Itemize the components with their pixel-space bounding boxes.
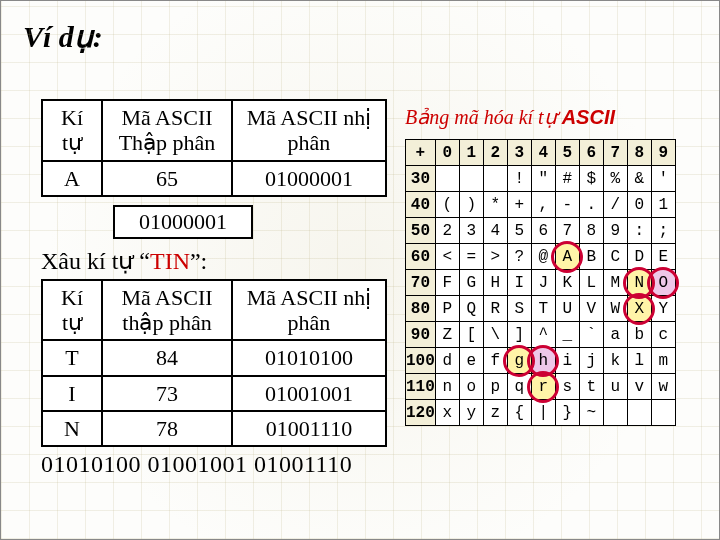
tin-word: TIN — [150, 248, 190, 274]
ascii-chart-title: Bảng mã hóa kí tự ASCII — [405, 105, 705, 129]
right-column: Bảng mã hóa kí tự ASCII +012345678930!"#… — [405, 99, 705, 426]
grid-cell: 0 — [627, 192, 651, 218]
grid-cell: M — [603, 270, 627, 296]
grid-cell: 1 — [651, 192, 675, 218]
grid-cell: S — [507, 296, 531, 322]
grid-cell: G — [459, 270, 483, 296]
grid-cell — [483, 166, 507, 192]
t2-r0-char: T — [42, 340, 102, 375]
grid-cell: < — [435, 244, 459, 270]
grid-cell: } — [555, 400, 579, 426]
chart-title-prefix: Bảng mã hóa kí tự — [405, 106, 562, 128]
grid-cell: ^ — [531, 322, 555, 348]
grid-cell: s — [555, 374, 579, 400]
grid-cell: 2 — [435, 218, 459, 244]
grid-cell: _ — [555, 322, 579, 348]
chart-title-ascii: ASCII — [562, 106, 615, 128]
grid-cell: : — [627, 218, 651, 244]
grid-cell: [ — [459, 322, 483, 348]
page-title: Ví dụ: — [23, 19, 701, 54]
grid-cell: ! — [507, 166, 531, 192]
t2-r2-bin: 01001110 — [232, 411, 386, 446]
ascii-code-grid: +012345678930!"#$%&'40()*+,-./0150234567… — [405, 139, 676, 426]
t1-r0-dec: 65 — [102, 161, 232, 196]
grid-cell: z — [483, 400, 507, 426]
grid-cell: I — [507, 270, 531, 296]
grid-cell: o — [459, 374, 483, 400]
grid-cell: # — [555, 166, 579, 192]
grid-cell: + — [507, 192, 531, 218]
ascii-table-2: Kí tự Mã ASCII thập phân Mã ASCII nhị ph… — [41, 279, 387, 447]
grid-cell: g — [507, 348, 531, 374]
grid-cell: p — [483, 374, 507, 400]
grid-cell: " — [531, 166, 555, 192]
grid-cell: f — [483, 348, 507, 374]
grid-cell: D — [627, 244, 651, 270]
grid-corner: + — [406, 140, 436, 166]
grid-col-header: 6 — [579, 140, 603, 166]
grid-cell: x — [435, 400, 459, 426]
grid-cell: & — [627, 166, 651, 192]
grid-row-header: 50 — [406, 218, 436, 244]
grid-col-header: 9 — [651, 140, 675, 166]
grid-cell: B — [579, 244, 603, 270]
t1-h0: Kí tự — [42, 100, 102, 161]
grid-row-header: 80 — [406, 296, 436, 322]
grid-cell: m — [651, 348, 675, 374]
grid-cell: A — [555, 244, 579, 270]
grid-cell: u — [603, 374, 627, 400]
close-quote: ”: — [190, 248, 207, 274]
grid-cell: X — [627, 296, 651, 322]
grid-cell: y — [459, 400, 483, 426]
grid-cell: ~ — [579, 400, 603, 426]
grid-col-header: 1 — [459, 140, 483, 166]
grid-cell: 7 — [555, 218, 579, 244]
grid-cell: F — [435, 270, 459, 296]
grid-cell: - — [555, 192, 579, 218]
grid-cell: / — [603, 192, 627, 218]
tin-subhead: Xâu kí tự “TIN”: — [41, 247, 389, 275]
grid-cell: P — [435, 296, 459, 322]
grid-cell: ] — [507, 322, 531, 348]
t2-h1: Mã ASCII thập phân — [102, 280, 232, 341]
slide: Ví dụ: Kí tự Mã ASCII Thập phân Mã ASCII… — [0, 0, 720, 540]
grid-row-header: 90 — [406, 322, 436, 348]
grid-cell: 3 — [459, 218, 483, 244]
grid-cell: E — [651, 244, 675, 270]
grid-cell: c — [651, 322, 675, 348]
t2-r1-dec: 73 — [102, 376, 232, 411]
grid-row-header: 60 — [406, 244, 436, 270]
grid-cell: U — [555, 296, 579, 322]
grid-cell: Y — [651, 296, 675, 322]
grid-cell — [627, 400, 651, 426]
grid-col-header: 7 — [603, 140, 627, 166]
binary-callout: 01000001 — [113, 205, 253, 239]
grid-cell: i — [555, 348, 579, 374]
grid-col-header: 2 — [483, 140, 507, 166]
grid-cell: 5 — [507, 218, 531, 244]
grid-cell: b — [627, 322, 651, 348]
grid-cell: $ — [579, 166, 603, 192]
grid-cell: 6 — [531, 218, 555, 244]
grid-cell: l — [627, 348, 651, 374]
grid-cell: k — [603, 348, 627, 374]
t2-r2-char: N — [42, 411, 102, 446]
grid-cell: | — [531, 400, 555, 426]
grid-cell: , — [531, 192, 555, 218]
grid-cell: L — [579, 270, 603, 296]
grid-cell: v — [627, 374, 651, 400]
grid-cell: N — [627, 270, 651, 296]
grid-row-header: 100 — [406, 348, 436, 374]
grid-cell: ' — [651, 166, 675, 192]
grid-cell: 8 — [579, 218, 603, 244]
t1-r0-char: A — [42, 161, 102, 196]
grid-cell: { — [507, 400, 531, 426]
grid-cell: w — [651, 374, 675, 400]
grid-cell: ) — [459, 192, 483, 218]
grid-cell: j — [579, 348, 603, 374]
grid-cell: d — [435, 348, 459, 374]
grid-cell: H — [483, 270, 507, 296]
grid-cell: ? — [507, 244, 531, 270]
left-column: Kí tự Mã ASCII Thập phân Mã ASCII nhị ph… — [41, 99, 389, 478]
ascii-table-1: Kí tự Mã ASCII Thập phân Mã ASCII nhị ph… — [41, 99, 387, 197]
